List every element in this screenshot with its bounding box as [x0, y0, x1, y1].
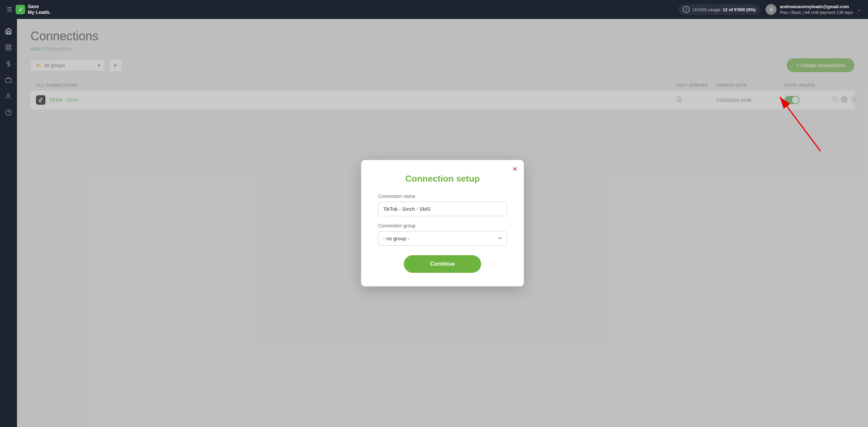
- modal-close-button[interactable]: ×: [513, 165, 517, 173]
- sidebar-item-connections[interactable]: [2, 41, 15, 54]
- user-details: andrewsavemyleads@gmail.com Plan | Basic…: [780, 4, 853, 16]
- logo-check-icon: ✓: [16, 5, 25, 14]
- modal-title: Connection setup: [378, 174, 507, 184]
- user-plan: Plan | Basic | left until payment 138 da…: [780, 10, 853, 16]
- svg-rect-0: [6, 45, 8, 47]
- svg-point-6: [7, 94, 10, 96]
- modal-backdrop: × Connection setup Connection name Conne…: [17, 19, 868, 427]
- connection-name-input[interactable]: [378, 202, 507, 216]
- sidebar: [0, 19, 17, 427]
- topnav: ☰ ✓ Save My Leads. i LEADS usage: 12 of …: [0, 0, 868, 19]
- svg-rect-3: [9, 48, 11, 50]
- hamburger-icon[interactable]: ☰: [7, 6, 12, 13]
- connection-group-select[interactable]: - no group -Group 1Group 2: [378, 231, 507, 246]
- sidebar-item-account[interactable]: [2, 89, 15, 103]
- leads-usage-badge: i LEADS usage: 12 of 5'000 (0%): [678, 4, 760, 15]
- svg-rect-5: [6, 79, 12, 83]
- continue-button[interactable]: Continue: [404, 255, 481, 273]
- user-info: A andrewsavemyleads@gmail.com Plan | Bas…: [766, 4, 853, 16]
- leads-usage-text: LEADS usage: 12 of 5'000 (0%): [692, 7, 755, 12]
- connection-group-label: Connection group: [378, 223, 507, 228]
- connection-name-label: Connection name: [378, 194, 507, 199]
- logo-text: Save My Leads.: [28, 4, 51, 15]
- svg-rect-2: [6, 48, 8, 50]
- chevron-down-icon[interactable]: ⌄: [857, 7, 861, 12]
- avatar: A: [766, 4, 776, 15]
- sidebar-item-home[interactable]: [2, 24, 15, 38]
- sidebar-item-integrations[interactable]: [2, 73, 15, 87]
- sidebar-item-billing[interactable]: [2, 57, 15, 70]
- content-area: Connections Main / Connections 📁 All gro…: [17, 19, 868, 427]
- svg-rect-1: [9, 45, 11, 47]
- connection-setup-modal: × Connection setup Connection name Conne…: [361, 160, 524, 286]
- info-icon: i: [683, 6, 690, 13]
- sidebar-item-help[interactable]: [2, 106, 15, 119]
- user-email: andrewsavemyleads@gmail.com: [780, 4, 853, 10]
- logo: ✓ Save My Leads.: [16, 4, 51, 15]
